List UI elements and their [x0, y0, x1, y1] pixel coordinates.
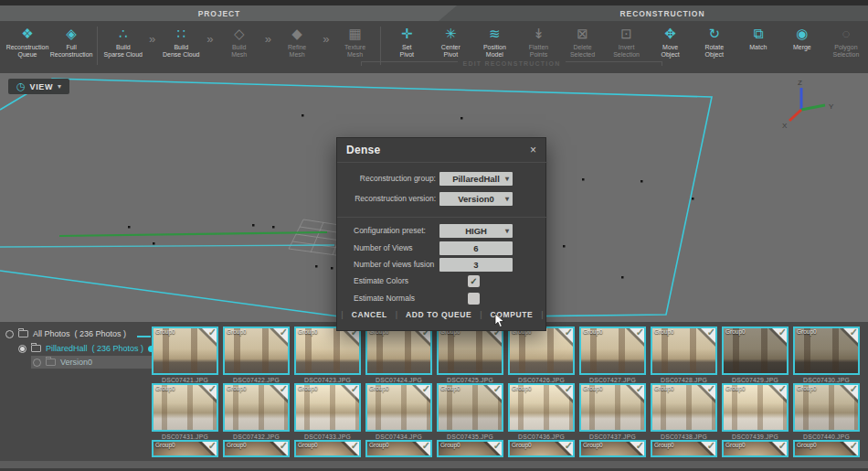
photo-thumb[interactable]: ✓ Group0 DSC07428.JPG [651, 326, 717, 385]
selection-connector-line [137, 336, 151, 337]
photo-thumb[interactable]: ✓ Group0 DSC07424.JPG [365, 326, 432, 385]
photo-thumb[interactable]: ✓ Group0 DSC07435.JPG [437, 383, 503, 442]
flow-arrow-icon[interactable]: » [261, 25, 275, 48]
delete-selected-icon: ⊠ [577, 25, 588, 43]
tree-item-pillaredhall[interactable]: PillaredHall ( 236 Photos ) [18, 341, 154, 356]
photo-thumb[interactable]: ✓ Group0 [722, 440, 789, 462]
photo-thumb[interactable]: ✓ Group0 DSC07439.JPG [722, 383, 789, 442]
tree-item-all-photos[interactable]: All Photos ( 236 Photos ) [5, 326, 154, 341]
photo-thumb[interactable]: ✓ Group0 DSC07434.JPG [365, 383, 432, 442]
invert-selection-button[interactable]: ⊡ Invert Selection [605, 25, 649, 59]
texture-mesh-button[interactable]: ▦ Texture Mesh [333, 25, 377, 59]
photo-thumb[interactable]: ✓ Group0 DSC07423.JPG [294, 326, 361, 385]
match-button[interactable]: ⧉ Match [736, 25, 780, 51]
build-dense-cloud-button[interactable]: ∷ Build Dense Cloud [159, 25, 203, 59]
photo-thumb[interactable]: ✓ Group0 [508, 440, 575, 462]
radio-icon[interactable] [33, 359, 41, 367]
reconstruction-group-dropdown[interactable]: PillaredHall ▾ [439, 172, 513, 186]
photo-thumb[interactable]: ✓ Group0 DSC07426.JPG [508, 326, 575, 385]
move-object-button[interactable]: ✥ Move Object [649, 25, 693, 59]
photo-thumb[interactable]: ✓ Group0 DSC07431.JPG [152, 383, 218, 442]
tab-project[interactable]: PROJECT [0, 5, 439, 21]
merge-button[interactable]: ◉ Merge [780, 25, 824, 51]
build-sparse-cloud-button[interactable]: ∴ Build Sparse Cloud [101, 25, 145, 59]
reconstruction-group-label: Reconstruction group: [354, 174, 436, 183]
position-model-icon: ≋ [489, 25, 501, 43]
group-badge: Group0 [583, 442, 603, 448]
photo-thumb[interactable]: ✓ Group0 DSC07425.JPG [437, 326, 503, 385]
toolbar-separator[interactable] [93, 25, 101, 65]
photo-thumb[interactable]: ✓ Group0 DSC07427.JPG [579, 326, 646, 385]
reconstruction-version-dropdown[interactable]: Version0 ▾ [439, 192, 513, 206]
photo-thumb[interactable]: ✓ Group0 [365, 440, 432, 462]
full-reconstruction-button[interactable]: ◈ Full Reconstruction [49, 25, 93, 59]
photo-thumb[interactable]: ✓ Group0 DSC07437.JPG [579, 383, 646, 442]
photo-thumb[interactable]: ✓ Group0 DSC07430.JPG [793, 326, 860, 385]
group-badge: Group0 [725, 385, 746, 391]
radio-icon[interactable] [5, 330, 14, 338]
check-icon: ✓ [707, 326, 715, 338]
photo-thumb[interactable]: ✓ Group0 DSC07429.JPG [722, 326, 789, 385]
refine-mesh-button[interactable]: ◆ Refine Mesh [275, 25, 319, 59]
view-menu-button[interactable]: ◷ VIEW ▾ [8, 79, 69, 94]
add-to-queue-button[interactable]: ADD TO QUEUE [406, 310, 471, 319]
photo-thumb[interactable]: ✓ Group0 DSC07436.JPG [508, 383, 575, 442]
photo-thumb[interactable]: ✓ Group0 DSC07433.JPG [294, 383, 361, 442]
flow-arrow-icon[interactable]: » [145, 25, 159, 48]
photo-thumb[interactable]: ✓ Group0 DSC07438.JPG [651, 383, 717, 442]
horizontal-scrollbar[interactable] [0, 461, 868, 468]
tree-item-count: ( 236 Photos ) [75, 329, 127, 338]
delete-selected-button[interactable]: ⊠ Delete Selected [561, 25, 605, 59]
photo-thumb[interactable]: ✓ Group0 [579, 440, 646, 462]
close-icon[interactable]: × [530, 145, 536, 155]
radio-selected-icon[interactable] [18, 345, 26, 353]
folder-icon [46, 359, 56, 366]
estimate-colors-checkbox[interactable]: ✓ [468, 275, 480, 287]
estimate-normals-checkbox[interactable] [468, 293, 480, 305]
set-pivot-button[interactable]: ✛ Set Pivot [385, 25, 429, 59]
photo-thumb[interactable]: ✓ Group0 [294, 440, 361, 462]
photo-thumb[interactable]: ✓ Group0 DSC07440.JPG [793, 383, 860, 442]
configuration-preset-dropdown[interactable]: HIGH ▾ [439, 224, 513, 238]
mouse-cursor [494, 314, 505, 328]
photo-thumb[interactable]: ✓ Group0 DSC07422.JPG [223, 326, 290, 385]
build-mesh-button[interactable]: ◇ Build Mesh [217, 25, 261, 59]
reconstruction-queue-icon: ❖ [21, 25, 33, 43]
flow-arrow-icon[interactable]: » [203, 25, 217, 48]
cancel-button[interactable]: CANCEL [352, 310, 387, 319]
polygon-selection-button[interactable]: ◌ Polygon Selection [824, 25, 868, 59]
reconstruction-group-value: PillaredHall [452, 174, 500, 184]
number-of-views-fusion-input[interactable]: 3 [439, 258, 513, 272]
photo-thumb[interactable]: ✓ Group0 [437, 440, 503, 462]
check-icon: ✓ [850, 440, 858, 452]
group-badge: Group0 [654, 328, 674, 335]
toolbar-button-label: Delete Selected [570, 44, 595, 59]
position-model-button[interactable]: ≋ Position Model [472, 25, 516, 59]
toolbar-button-label: Position Model [483, 44, 506, 59]
flow-arrow-icon[interactable]: » [319, 25, 333, 48]
folder-icon [31, 345, 41, 352]
photo-thumb[interactable]: ✓ Group0 [793, 440, 860, 462]
center-pivot-button[interactable]: ✳ Center Pivot [429, 25, 472, 59]
photo-thumb[interactable]: ✓ Group0 [223, 440, 290, 462]
group-badge: Group0 [155, 442, 175, 448]
edit-reconstruction-group-label: EDIT RECONSTRUCTION [361, 60, 662, 67]
photo-thumb[interactable]: ✓ Group0 DSC07421.JPG [152, 326, 218, 385]
photo-thumb[interactable]: ✓ Group0 DSC07432.JPG [223, 383, 290, 442]
rotate-object-button[interactable]: ↻ Rotate Object [693, 25, 736, 59]
group-badge: Group0 [654, 385, 674, 391]
number-of-views-fusion-label: Number of views fusion [354, 260, 436, 269]
tree-item-version0[interactable]: Version0 [31, 356, 154, 369]
dense-dialog: Dense × Reconstruction group: PillaredHa… [336, 137, 546, 331]
number-of-views-input[interactable]: 6 [439, 241, 513, 255]
tab-reconstruction[interactable]: RECONSTRUCTION [457, 5, 868, 21]
flatten-points-button[interactable]: ↡ Flatten Points [516, 25, 560, 59]
photo-thumb[interactable]: ✓ Group0 [152, 440, 218, 462]
reconstruction-queue-button[interactable]: ❖ Reconstruction Queue [5, 25, 49, 59]
check-icon: ✓ [493, 440, 502, 452]
toolbar-button-label: Move Object [662, 44, 680, 59]
toolbar-separator[interactable] [377, 25, 386, 65]
photo-thumb[interactable]: ✓ Group0 [651, 440, 717, 462]
axis-z-label: Z [798, 79, 802, 87]
chevron-down-icon: ▾ [505, 175, 509, 183]
